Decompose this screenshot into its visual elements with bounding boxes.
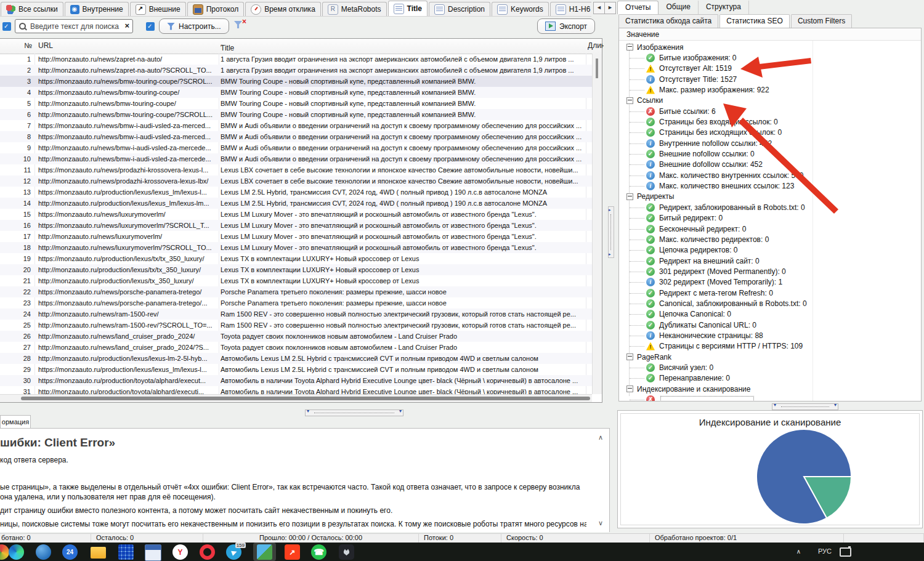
table-row[interactable]: 10http://monzaauto.ru/news/bmw-i-audi-vs… xyxy=(0,153,592,164)
tree-item[interactable]: Макс. количество внутренних ссылок: 500 xyxy=(619,170,920,180)
metrica-icon[interactable]: ↗ xyxy=(285,544,300,560)
toolbar-scroll-right-button[interactable]: ► xyxy=(604,2,616,14)
table-row[interactable]: 20http://monzaauto.ru/production/lexus/t… xyxy=(0,264,592,275)
table-row[interactable]: 16https://monzaauto.ru/news/luxurymoverl… xyxy=(0,220,592,231)
search-enabled-checkbox[interactable] xyxy=(2,22,11,31)
table-row[interactable]: 22https://monzaauto.ru/news/porsche-pana… xyxy=(0,286,592,297)
mail-icon[interactable] xyxy=(36,544,51,560)
table-row[interactable]: 9http://monzaauto.ru/news/bmw-i-audi-vsl… xyxy=(0,142,592,153)
vertical-splitter[interactable] xyxy=(608,206,614,258)
display-tray-icon[interactable] xyxy=(840,547,851,557)
opera-icon[interactable] xyxy=(200,544,215,560)
table-row[interactable]: 28http://monzaauto.ru/production/lexus/l… xyxy=(0,353,592,364)
tab-структура[interactable]: Структура xyxy=(699,1,749,14)
tree-item[interactable]: Макс. количество внешних ссылок: 123 xyxy=(619,180,920,191)
collapse-icon[interactable] xyxy=(626,97,633,104)
table-row[interactable]: 23https://monzaauto.ru/news/porsche-pana… xyxy=(0,297,592,309)
clear-search-icon[interactable]: × xyxy=(124,21,129,30)
yandex-browser-icon[interactable]: Y xyxy=(172,544,188,560)
table-row[interactable]: 13https://monzaauto.ru/production/lexus/… xyxy=(0,187,592,198)
horizontal-splitter-right[interactable] xyxy=(772,403,838,410)
tree-item[interactable]: Бесконечный редирект: 0 xyxy=(619,224,920,234)
save-icon[interactable] xyxy=(145,544,161,561)
report-tab-h1-h6[interactable]: H1-H6 xyxy=(550,2,591,16)
clear-filter-button[interactable] xyxy=(234,20,245,30)
filter-enabled-checkbox[interactable] xyxy=(146,22,155,31)
tree-item[interactable]: Редирект с мета-тегом Refresh: 0 xyxy=(619,288,920,298)
tab-custom-filters[interactable]: Custom Filters xyxy=(791,14,852,28)
report-tab-внешние[interactable]: Внешние xyxy=(130,2,186,16)
tree-item[interactable]: Цепочка Canonical: 0 xyxy=(619,309,920,320)
scroll-up-icon[interactable]: ∧ xyxy=(596,434,606,442)
scroll-down-icon[interactable]: ∨ xyxy=(596,519,606,527)
table-vertical-scrollbar[interactable] xyxy=(592,54,602,394)
tree-item[interactable]: Перенаправление: 0 xyxy=(619,373,920,384)
collapse-icon[interactable] xyxy=(626,385,633,392)
tree-group[interactable]: Индексирование и сканирование xyxy=(619,384,920,394)
tree-item[interactable]: Висячий узел: 0 xyxy=(619,362,920,373)
github-desktop-icon[interactable] xyxy=(339,544,354,560)
configure-filter-button[interactable]: Настроить... xyxy=(159,18,229,34)
tree-group[interactable]: Редиректы xyxy=(619,192,920,202)
whatsapp-icon[interactable]: ☎ xyxy=(311,544,326,560)
tree-item[interactable]: Внешние nofollow ссылки: 0 xyxy=(619,148,920,159)
table-row[interactable]: 31http://monzaauto.ru/production/toyota/… xyxy=(0,386,592,394)
column-header-url[interactable]: URL xyxy=(38,41,53,50)
tab-статистика-обхода-сайта[interactable]: Статистика обхода сайта xyxy=(618,14,718,28)
tree-item[interactable]: Внутренние nofollow ссылки: 452 xyxy=(619,138,920,148)
calculator-icon[interactable] xyxy=(118,544,134,560)
tree-item[interactable]: Дубликаты Canonical URL: 0 xyxy=(619,320,920,330)
tree-item[interactable]: Цепочка редиректов: 0 xyxy=(619,245,920,256)
report-tab-description[interactable]: Description xyxy=(429,2,490,16)
tree-item[interactable]: 301 редирект (Moved Permanently): 0 xyxy=(619,266,920,276)
tab-общие[interactable]: Общие xyxy=(659,1,698,14)
edge-icon[interactable] xyxy=(9,544,24,560)
tree-item[interactable]: Битые ссылки: 6 xyxy=(619,106,920,116)
clock24-icon[interactable]: 24 xyxy=(62,544,78,560)
table-row[interactable]: 15https://monzaauto.ru/news/luxurymoverl… xyxy=(0,209,592,220)
table-row[interactable]: 24http://monzaauto.ru/news/ram-1500-rev/… xyxy=(0,309,592,320)
info-scrollbar[interactable]: ∧ ∨ xyxy=(596,434,606,527)
report-tab-keywords[interactable]: Keywords xyxy=(492,2,549,16)
table-row[interactable]: 17http://monzaauto.ru/news/luxurymoverlm… xyxy=(0,231,592,242)
table-row[interactable]: 30https://monzaauto.ru/production/toyota… xyxy=(0,375,592,386)
tree-group[interactable]: PageRank xyxy=(619,352,920,362)
table-row[interactable]: 4https://monzaauto.ru/news/bmw-touring-c… xyxy=(0,87,592,98)
tree-item[interactable]: Редирект, заблокированный в Robots.txt: … xyxy=(619,202,920,212)
table-row[interactable]: 3https://monzaauto.ru/news/bmw-touring-c… xyxy=(0,76,592,87)
collapse-icon[interactable] xyxy=(626,193,633,200)
tab-отчеты[interactable]: Отчеты xyxy=(617,1,659,14)
tree-item[interactable]: Битый редирект: 0 xyxy=(619,213,920,224)
export-button[interactable]: Экспорт xyxy=(537,18,595,34)
report-tab-протокол[interactable]: Протокол xyxy=(187,2,245,16)
tree-item[interactable]: Отсутствует Alt: 1519 xyxy=(619,63,920,74)
tree-item[interactable]: Canonical, заблокированный в Robots.txt:… xyxy=(619,298,920,309)
tray-chevron-icon[interactable]: ∧ xyxy=(796,548,801,555)
table-row[interactable]: 2http://monzaauto.ru/news/zapret-na-auto… xyxy=(0,65,592,76)
tree-item[interactable]: Редирект на внешний сайт: 0 xyxy=(619,256,920,266)
tab-information[interactable]: ормация xyxy=(0,415,31,428)
table-row[interactable]: 5http://monzaauto.ru/news/bmw-touring-co… xyxy=(0,98,592,109)
column-header-length[interactable]: Длина xyxy=(588,41,604,50)
tab-статистика-seo[interactable]: Статистика SEO xyxy=(719,14,790,28)
table-row[interactable]: 25http://monzaauto.ru/news/ram-1500-rev/… xyxy=(0,320,592,331)
language-indicator[interactable]: РУС xyxy=(818,547,832,555)
tree-group[interactable]: Изображения xyxy=(619,42,920,52)
report-tab-title[interactable]: Title xyxy=(388,1,428,16)
tree-item[interactable]: 302 редирект (Moved Temporarily): 1 xyxy=(619,277,920,288)
siteanalyzer-icon[interactable] xyxy=(257,544,272,560)
tree-item[interactable]: Внешние dofollow ссылки: 452 xyxy=(619,159,920,170)
report-tab-все ссылки[interactable]: Все ссылки xyxy=(1,2,63,16)
table-row[interactable]: 7https://monzaauto.ru/news/bmw-i-audi-vs… xyxy=(0,120,592,131)
horizontal-splitter-left[interactable] xyxy=(305,410,403,416)
search-input[interactable] xyxy=(29,20,121,32)
tree-item[interactable]: Битые изображения: 0 xyxy=(619,52,920,63)
tree-item[interactable]: Макс. количество редиректов: 0 xyxy=(619,234,920,244)
table-horizontal-scrollbar[interactable] xyxy=(0,394,592,402)
tree-item[interactable]: Неканонические страницы: 88 xyxy=(619,330,920,341)
table-row[interactable]: 19https://monzaauto.ru/production/lexus/… xyxy=(0,253,592,264)
table-row[interactable]: 12http://monzaauto.ru/news/prodazhi-kros… xyxy=(0,176,592,187)
report-tab-внутренние[interactable]: Внутренние xyxy=(65,2,129,16)
report-tab-metarobots[interactable]: MetaRobots xyxy=(322,2,387,16)
table-row[interactable]: 26http://monzaauto.ru/news/land_cruiser_… xyxy=(0,331,592,342)
